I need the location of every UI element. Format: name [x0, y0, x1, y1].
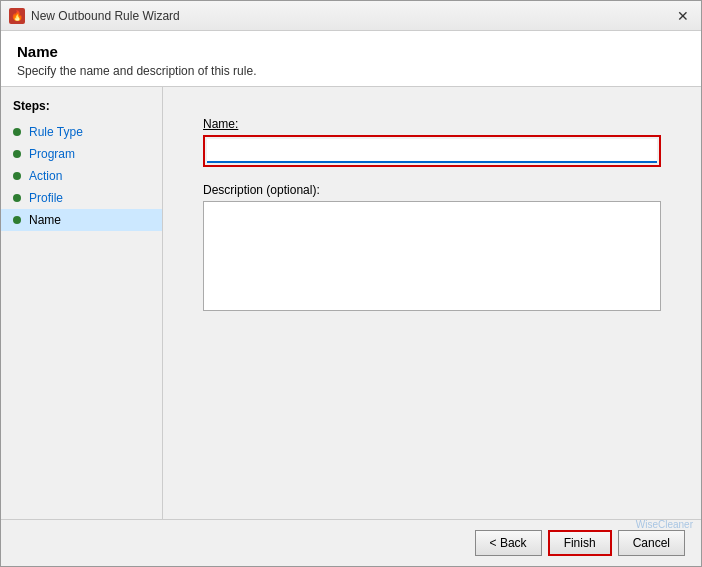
footer: < Back Finish Cancel [1, 519, 701, 566]
page-subtitle: Specify the name and description of this… [17, 64, 685, 78]
header-section: Name Specify the name and description of… [1, 31, 701, 87]
step-dot-name [13, 216, 21, 224]
window-title: New Outbound Rule Wizard [31, 9, 673, 23]
sidebar-item-action[interactable]: Action [1, 165, 162, 187]
content-area: Name Specify the name and description of… [1, 31, 701, 519]
desc-group: Description (optional): [203, 183, 661, 314]
step-dot-action [13, 172, 21, 180]
step-dot-rule-type [13, 128, 21, 136]
sidebar: Steps: Rule Type Program Action Profile [1, 87, 163, 519]
titlebar: 🔥 New Outbound Rule Wizard ✕ [1, 1, 701, 31]
name-input[interactable] [207, 139, 657, 163]
name-label: Name: [203, 117, 661, 131]
window-icon: 🔥 [9, 8, 25, 24]
sidebar-item-label-name: Name [29, 213, 61, 227]
sidebar-item-profile[interactable]: Profile [1, 187, 162, 209]
wizard-window: 🔥 New Outbound Rule Wizard ✕ Name Specif… [0, 0, 702, 567]
sidebar-item-label-action: Action [29, 169, 62, 183]
sidebar-item-label-profile: Profile [29, 191, 63, 205]
step-dot-program [13, 150, 21, 158]
name-group: Name: [203, 117, 661, 167]
form-area: Name: Description (optional): [163, 87, 701, 519]
main-section: Steps: Rule Type Program Action Profile [1, 87, 701, 519]
sidebar-item-program[interactable]: Program [1, 143, 162, 165]
desc-textarea[interactable] [203, 201, 661, 311]
finish-button[interactable]: Finish [548, 530, 612, 556]
sidebar-item-label-rule-type: Rule Type [29, 125, 83, 139]
steps-label: Steps: [1, 99, 162, 121]
name-input-wrapper [203, 135, 661, 167]
desc-label: Description (optional): [203, 183, 661, 197]
footer-wrapper: < Back Finish Cancel WiseCleaner [1, 519, 701, 566]
step-dot-profile [13, 194, 21, 202]
page-title: Name [17, 43, 685, 60]
sidebar-item-name[interactable]: Name [1, 209, 162, 231]
close-button[interactable]: ✕ [673, 6, 693, 26]
cancel-button[interactable]: Cancel [618, 530, 685, 556]
sidebar-item-label-program: Program [29, 147, 75, 161]
sidebar-item-rule-type[interactable]: Rule Type [1, 121, 162, 143]
back-button[interactable]: < Back [475, 530, 542, 556]
